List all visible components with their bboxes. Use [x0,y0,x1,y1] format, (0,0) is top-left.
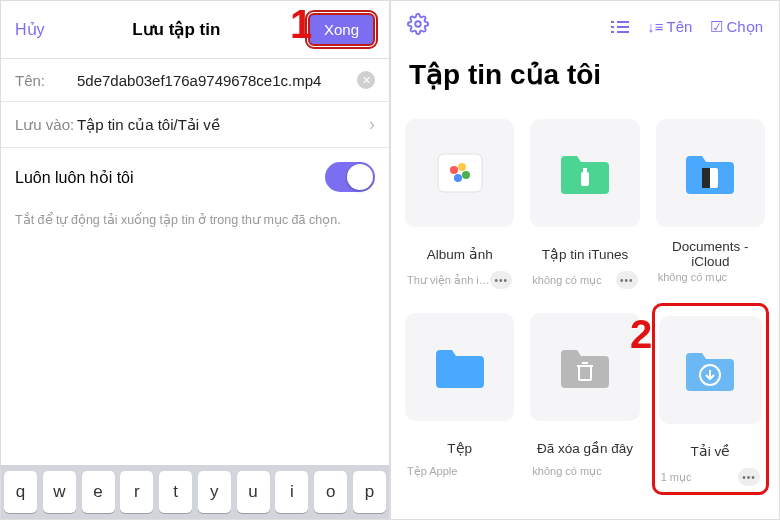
save-to-label: Lưu vào: [15,116,77,134]
key-r[interactable]: r [120,471,153,513]
save-location-row[interactable]: Lưu vào: Tập tin của tôi/Tải về › [1,102,389,148]
svg-point-9 [458,163,466,171]
save-to-value: Tập tin của tôi/Tải về [77,116,369,134]
key-t[interactable]: t [159,471,192,513]
key-i[interactable]: i [275,471,308,513]
key-p[interactable]: p [353,471,386,513]
key-u[interactable]: u [237,471,270,513]
folder-subtitle: Thư viện ảnh i… [407,274,490,287]
select-button[interactable]: ☑Chọn [710,18,763,36]
svg-point-11 [454,174,462,182]
svg-point-0 [415,21,421,27]
filename-label: Tên: [15,72,77,89]
folder-subtitle: không có mục [532,465,601,478]
folder-name: Tập tin iTunes [542,237,629,271]
folder-subtitle: Tệp Apple [407,465,457,478]
key-y[interactable]: y [198,471,231,513]
key-o[interactable]: o [314,471,347,513]
hint-text: Tắt để tự động tải xuống tập tin ở trong… [1,206,389,245]
folder-name: Đã xóa gần đây [537,431,633,465]
key-e[interactable]: e [82,471,115,513]
sort-button[interactable]: ↓≡Tên [647,18,692,35]
more-icon[interactable]: ••• [738,468,760,486]
more-icon[interactable]: ••• [490,271,512,289]
folder-name: Tệp [447,431,472,465]
folder-tile-3[interactable]: TệpTệp Apple [401,303,518,495]
filename-input[interactable]: 5de7dab03ef176a9749678ce1c.mp4 [77,72,357,89]
chevron-right-icon: › [369,114,375,135]
folder-icon [659,316,762,424]
folder-name: Tải về [690,434,730,468]
folder-subtitle: 1 mục [661,471,692,484]
more-icon[interactable]: ••• [616,271,638,289]
svg-rect-7 [438,154,482,192]
clear-icon[interactable]: ✕ [357,71,375,89]
folder-name: Documents - iCloud [656,237,765,271]
my-files-title: Tập tin của tôi [391,52,779,109]
folder-subtitle: không có mục [532,274,601,287]
folder-icon [530,119,639,227]
always-ask-toggle[interactable] [325,162,375,192]
view-list-icon[interactable] [611,20,629,34]
svg-rect-12 [581,172,589,186]
folder-tile-4[interactable]: Đã xóa gần đâykhông có mục [526,303,643,495]
folder-name: Album ảnh [427,237,493,271]
folder-tile-1[interactable]: Tập tin iTuneskhông có mục••• [526,109,643,295]
key-q[interactable]: q [4,471,37,513]
folder-tile-0[interactable]: Album ảnhThư viện ảnh i…••• [401,109,518,295]
svg-rect-13 [583,168,587,174]
folder-subtitle: không có mục [658,271,727,284]
folder-icon [530,313,639,421]
done-button[interactable]: Xong [308,13,375,46]
page-title: Lưu tập tin [132,19,220,40]
folder-tile-2[interactable]: Documents - iCloudkhông có mục [652,109,769,295]
keyboard-row: qwertyuiop [1,465,389,519]
gear-icon[interactable] [407,13,429,40]
folder-icon [405,119,514,227]
cancel-button[interactable]: Hủy [15,20,45,39]
svg-point-10 [462,171,470,179]
folder-icon [656,119,765,227]
folder-icon [405,313,514,421]
svg-point-8 [450,166,458,174]
folder-tile-5[interactable]: Tải về1 mục••• [652,303,769,495]
always-ask-label: Luôn luôn hỏi tôi [15,168,134,187]
key-w[interactable]: w [43,471,76,513]
